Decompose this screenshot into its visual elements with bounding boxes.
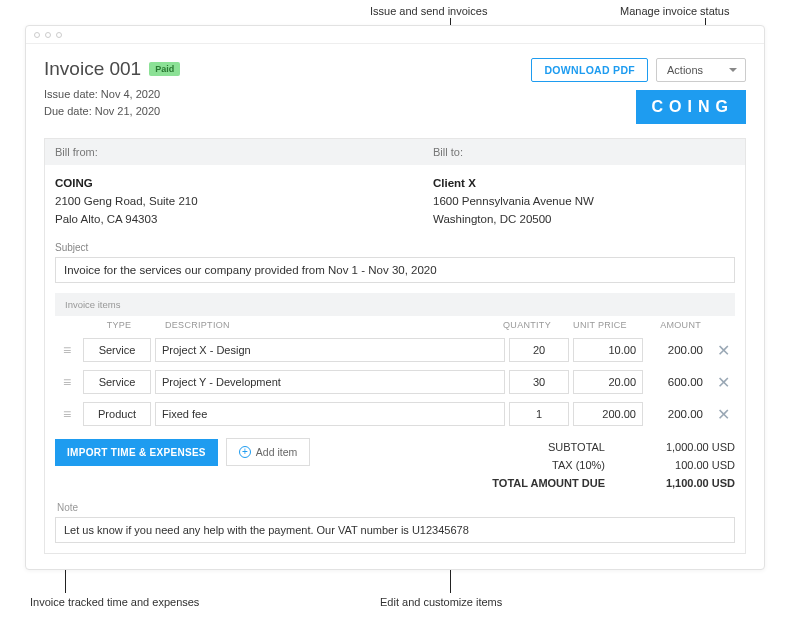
col-amount: AMOUNT [639,320,707,330]
close-icon: ✕ [717,341,730,360]
header-row: Invoice 001 Paid Issue date: Nov 4, 2020… [44,58,746,124]
note-input[interactable]: Let us know if you need any help with th… [55,517,735,543]
window-content: Invoice 001 Paid Issue date: Nov 4, 2020… [26,44,764,569]
delete-item-button[interactable]: ✕ [711,341,735,360]
item-quantity-input[interactable]: 1 [509,402,569,426]
item-unit-price-input[interactable]: 200.00 [573,402,643,426]
col-quantity: QUANTITY [493,320,561,330]
drag-handle-icon[interactable]: ≡ [55,374,79,390]
close-icon: ✕ [717,405,730,424]
col-description: DESCRIPTION [155,320,493,330]
tax-label: TAX (10%) [495,459,605,471]
window-titlebar [26,26,764,44]
item-description-input[interactable]: Fixed fee [155,402,505,426]
bill-from-line1: 2100 Geng Road, Suite 210 [55,193,413,211]
bill-to-line1: 1600 Pennsylvania Avenue NW [433,193,735,211]
item-amount: 200.00 [647,408,707,420]
tax-value: 100.00 USD [645,459,735,471]
import-time-expenses-button[interactable]: IMPORT TIME & EXPENSES [55,439,218,466]
status-badge: Paid [149,62,180,76]
download-pdf-button[interactable]: DOWNLOAD PDF [531,58,648,82]
total-due-label: TOTAL AMOUNT DUE [492,477,605,489]
bill-to-block: Client X 1600 Pennsylvania Avenue NW Was… [423,175,745,228]
annotation-edit-items: Edit and customize items [380,596,502,608]
brand-logo: COING [636,90,746,124]
item-row: ≡ Service Project X - Design 20 10.00 20… [55,334,735,366]
item-unit-price-input[interactable]: 20.00 [573,370,643,394]
item-amount: 600.00 [647,376,707,388]
bill-from-label: Bill from: [45,139,423,165]
drag-handle-icon[interactable]: ≡ [55,406,79,422]
item-description-input[interactable]: Project X - Design [155,338,505,362]
note-label: Note [55,500,735,517]
add-item-label: Add item [256,446,297,458]
item-type-input[interactable]: Product [83,402,151,426]
due-date: Due date: Nov 21, 2020 [44,103,180,120]
app-window: Invoice 001 Paid Issue date: Nov 4, 2020… [25,25,765,570]
totals-block: SUBTOTAL 1,000.00 USD TAX (10%) 100.00 U… [492,438,735,492]
bill-to-line2: Washington, DC 20500 [433,211,735,229]
subtotal-value: 1,000.00 USD [645,441,735,453]
annotation-tracked: Invoice tracked time and expenses [30,596,199,608]
col-unit-price: UNIT PRICE [561,320,639,330]
item-row: ≡ Product Fixed fee 1 200.00 200.00 ✕ [55,398,735,430]
col-type: TYPE [83,320,155,330]
issue-date: Issue date: Nov 4, 2020 [44,86,180,103]
item-row: ≡ Service Project Y - Development 30 20.… [55,366,735,398]
subject-input[interactable]: Invoice for the services our company pro… [55,257,735,283]
item-type-input[interactable]: Service [83,370,151,394]
add-item-button[interactable]: + Add item [226,438,310,466]
item-quantity-input[interactable]: 30 [509,370,569,394]
traffic-light [45,32,51,38]
item-unit-price-input[interactable]: 10.00 [573,338,643,362]
total-due-value: 1,100.00 USD [645,477,735,489]
delete-item-button[interactable]: ✕ [711,373,735,392]
annotation-issue-send: Issue and send invoices [370,5,487,17]
drag-handle-icon[interactable]: ≡ [55,342,79,358]
items-header: Invoice items [55,293,735,316]
plus-circle-icon: + [239,446,251,458]
bill-from-line2: Palo Alto, CA 94303 [55,211,413,229]
invoice-title: Invoice 001 [44,58,141,80]
delete-item-button[interactable]: ✕ [711,405,735,424]
annotation-manage-status: Manage invoice status [620,5,729,17]
item-amount: 200.00 [647,344,707,356]
subject-label: Subject [45,240,745,257]
item-type-input[interactable]: Service [83,338,151,362]
items-box: Invoice items TYPE DESCRIPTION QUANTITY … [55,293,735,430]
bill-to-label: Bill to: [423,139,745,165]
traffic-light [34,32,40,38]
bill-from-block: COING 2100 Geng Road, Suite 210 Palo Alt… [45,175,423,228]
close-icon: ✕ [717,373,730,392]
bill-to-name: Client X [433,175,735,193]
bill-section: Bill from: Bill to: COING 2100 Geng Road… [44,138,746,554]
actions-dropdown[interactable]: Actions [656,58,746,82]
subtotal-label: SUBTOTAL [495,441,605,453]
item-description-input[interactable]: Project Y - Development [155,370,505,394]
bill-from-name: COING [55,175,413,193]
item-quantity-input[interactable]: 20 [509,338,569,362]
traffic-light [56,32,62,38]
